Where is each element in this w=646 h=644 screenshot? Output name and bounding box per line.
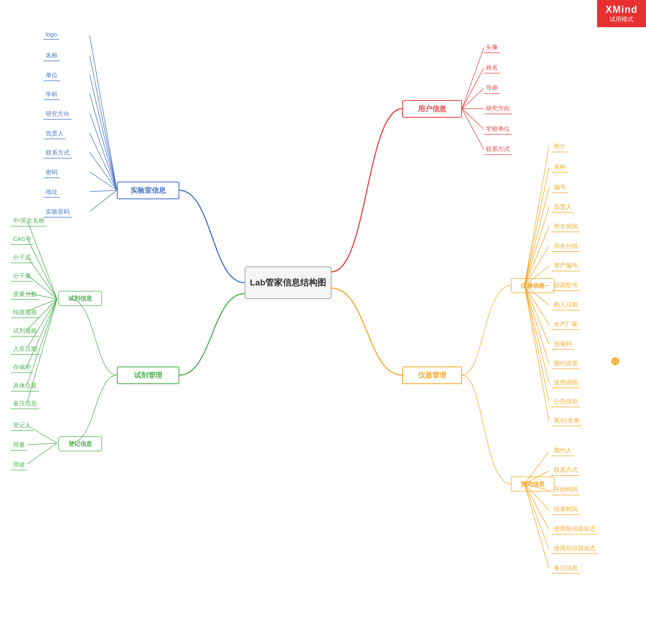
ii-leaf-maker: 生产厂家 <box>552 319 580 330</box>
ri-leaf-purity: 纯度规格 <box>11 307 39 318</box>
reagent-info-label: 试剂信息 <box>68 294 92 302</box>
ii-leaf-whitelist: 黑/白名单 <box>552 416 581 426</box>
lab-leaf-logo: logo <box>43 30 59 40</box>
ii-leaf-room: 所在房间 <box>552 221 580 232</box>
user-branch: 用户信息 <box>402 100 462 118</box>
lab-leaf-director: 负责人 <box>43 128 66 139</box>
user-leaf-research: 研究方向 <box>484 103 512 114</box>
reservation-badge: 12 <box>612 358 619 365</box>
ii-leaf-purchase: 购入日期 <box>552 299 580 310</box>
ii-leaf-device-code: 设备码 <box>552 339 574 350</box>
ri-leaf-date: 入库日期 <box>11 344 39 355</box>
ii-leaf-manual: 使用说明 <box>552 377 580 388</box>
user-leaf-contact: 联系方式 <box>484 144 512 155</box>
register-info-branch: 登记信息 <box>59 436 102 451</box>
lab-leaf-password: 密码 <box>43 167 60 178</box>
lab-branch: 实验室信息 <box>117 182 179 199</box>
lab-leaf-unit: 单位 <box>43 70 60 81</box>
xmind-subtitle: 试用模式 <box>610 15 634 23</box>
lab-leaf-subject: 学科 <box>43 89 60 100</box>
ri-leaf-spec: 试剂规格 <box>11 326 39 337</box>
ri2-leaf-end: 结束时间 <box>552 504 580 515</box>
reservation-info-label: 预约信息 <box>521 480 545 488</box>
ii-leaf-group: 所在分组 <box>552 241 580 252</box>
instrument-branch: 仪器管理 <box>402 366 462 384</box>
register-info-label: 登记信息 <box>68 440 92 448</box>
ii-leaf-model: 仪器型号 <box>552 280 580 291</box>
reservation-info-branch: 预约信息 <box>511 476 554 491</box>
user-leaf-advisor: 导师 <box>484 83 500 94</box>
reg-leaf-purpose: 用途 <box>11 459 27 470</box>
lab-branch-label: 实验室信息 <box>130 186 166 195</box>
ri-leaf-mw: 分子量 <box>11 271 33 282</box>
ii-leaf-notice: 公告信息 <box>552 396 580 407</box>
lab-leaf-research: 研究方向 <box>43 109 72 120</box>
instrument-info-branch: 仪器信息 <box>511 278 554 293</box>
reg-leaf-person: 登记人 <box>11 420 33 431</box>
ri2-leaf-before: 使用前仪器状态 <box>552 524 598 535</box>
user-leaf-school: 学校单位 <box>484 124 512 134</box>
user-leaf-avatar: 头像 <box>484 42 500 53</box>
reagent-branch: 试剂管理 <box>117 366 179 384</box>
instrument-info-label: 仪器信息 <box>521 282 545 290</box>
ri-leaf-location: 具体位置 <box>11 381 39 391</box>
user-branch-label: 用户信息 <box>418 104 446 114</box>
ri-leaf-cas: CAS号 <box>11 234 33 245</box>
center-label: Lab管家信息结构图 <box>250 277 326 289</box>
ri-leaf-formula: 分子式 <box>11 252 33 263</box>
lab-leaf-name: 名称 <box>43 50 60 61</box>
lab-leaf-address: 地址 <box>43 187 60 198</box>
reg-leaf-amount: 用量 <box>11 440 27 451</box>
ii-leaf-manager: 负责人 <box>552 202 574 212</box>
ri-leaf-purity-mass: 质量分数 <box>11 289 39 300</box>
reagent-info-branch: 试剂信息 <box>59 291 102 306</box>
xmind-title: XMind <box>606 4 638 15</box>
lab-leaf-code: 实验室码 <box>43 207 72 217</box>
ii-leaf-number: 编号 <box>552 182 568 193</box>
ri2-leaf-contact: 联系方式 <box>552 465 580 476</box>
ri2-leaf-start: 开始时间 <box>552 484 580 495</box>
ri-leaf-cnname: 中/英文名称 <box>11 215 47 226</box>
ii-leaf-asset: 资产编号 <box>552 260 580 271</box>
ri-leaf-cabinet: 存储柜 <box>11 362 33 373</box>
lab-leaf-contact: 联系方式 <box>43 148 72 159</box>
reagent-branch-label: 试剂管理 <box>134 371 162 380</box>
xmind-badge: XMind 试用模式 <box>597 0 646 27</box>
ii-leaf-photo: 照片 <box>552 142 568 152</box>
ii-leaf-name: 名称 <box>552 162 568 173</box>
ii-leaf-reservation-set: 预约设置 <box>552 358 580 369</box>
ri2-leaf-after: 使用后仪器状态 <box>552 543 598 554</box>
user-leaf-name: 姓名 <box>484 63 500 73</box>
ri-leaf-remarks: 备注信息 <box>11 398 39 409</box>
ri2-leaf-person: 预约人 <box>552 445 574 456</box>
instrument-branch-label: 仪器管理 <box>418 371 446 380</box>
center-node: Lab管家信息结构图 <box>245 266 332 299</box>
ri2-leaf-remarks: 备注信息 <box>552 563 580 574</box>
